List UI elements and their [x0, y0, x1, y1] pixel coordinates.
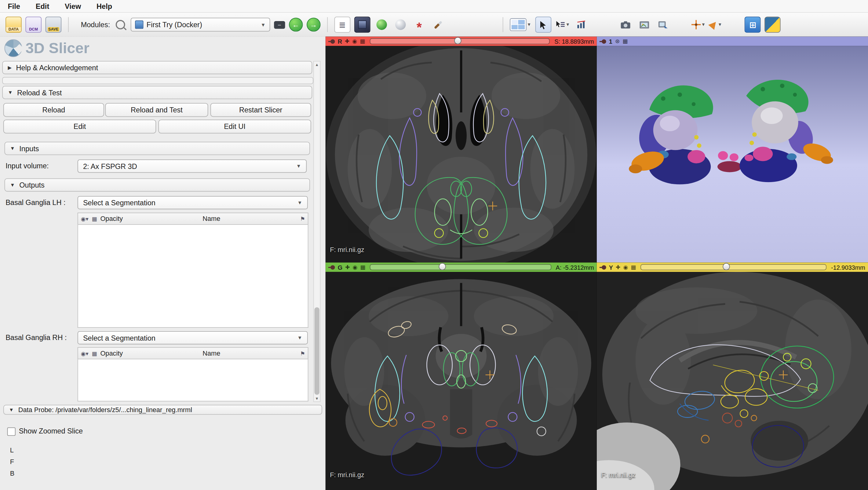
extensions-manager-button[interactable]: ⊞: [745, 17, 761, 33]
load-data-label: DATA: [6, 27, 21, 32]
yellow-slice-offset-slider[interactable]: [641, 264, 827, 270]
models-module-icon[interactable]: [374, 17, 389, 32]
filmstrip-icon: [640, 21, 650, 28]
flag-icon[interactable]: ⚑: [300, 350, 305, 356]
slice-link-icon[interactable]: ✚: [616, 264, 620, 270]
outputs-section[interactable]: ▼ Outputs: [5, 178, 310, 192]
edit-button[interactable]: Edit: [3, 120, 156, 133]
opacity-column-header[interactable]: Opacity: [100, 349, 123, 357]
visibility-icon[interactable]: ◉▾: [81, 350, 89, 356]
name-column-header[interactable]: Name: [203, 349, 220, 357]
menu-edit[interactable]: Edit: [36, 2, 50, 10]
red-slice-offset-slider[interactable]: [370, 38, 550, 44]
inputs-section[interactable]: ▼ Inputs: [5, 142, 310, 155]
scroll-up-icon[interactable]: ▲: [314, 61, 320, 67]
window-level-tool[interactable]: [574, 17, 589, 32]
load-data-button[interactable]: DATA: [5, 17, 22, 33]
place-markup-selector[interactable]: ▼: [710, 21, 722, 28]
scroll-down-icon[interactable]: ▼: [314, 395, 320, 401]
segmentations-module-icon[interactable]: [393, 17, 408, 32]
green-sphere-icon: [376, 19, 387, 30]
module-history-icon[interactable]: −: [274, 21, 285, 28]
layout-selector[interactable]: ▼: [510, 18, 531, 31]
threed-view-label[interactable]: 1: [609, 38, 612, 44]
reload-and-test-button[interactable]: Reload and Test: [105, 103, 208, 117]
volumes-module-icon[interactable]: [354, 17, 370, 33]
restart-slicer-button[interactable]: Restart Slicer: [211, 103, 311, 117]
mouse-pointer-tool[interactable]: [535, 17, 551, 33]
reload-section-label: Reload & Test: [17, 88, 62, 96]
reload-button[interactable]: Reload: [3, 103, 104, 117]
slice-link-icon[interactable]: ✚: [345, 38, 349, 44]
scene-restore-button[interactable]: [656, 17, 671, 32]
panel-scrollbar[interactable]: ▲ ▼: [313, 61, 321, 402]
edit-ui-button[interactable]: Edit UI: [158, 120, 311, 133]
forward-button[interactable]: →: [307, 18, 320, 31]
dicom-button[interactable]: DCM: [25, 17, 41, 33]
spin-icon[interactable]: ⊛: [615, 38, 620, 44]
module-selector[interactable]: First Try (Docker) ▼: [130, 18, 270, 31]
save-button[interactable]: SAVE: [45, 17, 62, 33]
pin-icon[interactable]: [599, 264, 606, 270]
slice-grid-icon[interactable]: ▦: [360, 38, 365, 44]
python-console-button[interactable]: [765, 17, 781, 33]
coronal-mri-slice: [326, 272, 597, 490]
pin-icon[interactable]: [328, 264, 335, 270]
slider-handle[interactable]: [439, 263, 446, 270]
name-column-header[interactable]: Name: [203, 215, 220, 222]
yellow-slice-image-area[interactable]: F: mri.nii.gz: [597, 272, 868, 490]
pin-icon[interactable]: [599, 38, 606, 44]
menu-view[interactable]: View: [65, 2, 81, 10]
rh-segmentation-combobox[interactable]: Select a Segmentation ▼: [78, 331, 308, 345]
threed-view: 1 ⊛ ▦: [597, 37, 868, 263]
data-module-icon[interactable]: ≣: [334, 17, 350, 33]
rh-segment-table-body[interactable]: [78, 359, 308, 401]
slicer-logo-icon: [5, 39, 22, 57]
data-probe-section[interactable]: ▼ Data Probe: /private/var/folders/z5/..…: [3, 405, 322, 415]
yellow-view-label[interactable]: Y: [609, 264, 613, 271]
flag-icon[interactable]: ⚑: [300, 216, 305, 222]
menu-help[interactable]: Help: [96, 2, 112, 10]
view-grid-icon[interactable]: ▦: [622, 38, 628, 44]
slice-visibility-icon[interactable]: ◉: [623, 264, 628, 270]
markups-module-icon[interactable]: *: [412, 14, 427, 35]
input-volume-combobox[interactable]: 2: Ax FSPGR 3D ▼: [78, 159, 307, 173]
collapsed-strip: [2, 77, 313, 84]
green-slice-view: G ✚ ◉ ▦ A: -5.2312mm: [326, 263, 597, 490]
interaction-mode-selector[interactable]: ▼: [555, 20, 570, 29]
module-search-icon[interactable]: [116, 20, 125, 29]
red-slice-image-area[interactable]: F: mri.nii.gz: [326, 46, 597, 263]
yellow-slice-offset-value: -12.9033mm: [831, 264, 865, 271]
lh-segment-table-body[interactable]: [78, 225, 308, 328]
green-slice-offset-slider[interactable]: [370, 264, 551, 270]
scrollbar-thumb[interactable]: [315, 307, 319, 395]
threed-render-area[interactable]: [597, 46, 868, 263]
slider-handle[interactable]: [723, 263, 730, 270]
pin-icon[interactable]: [328, 38, 335, 44]
green-view-label[interactable]: G: [338, 264, 343, 271]
red-view-label[interactable]: R: [338, 38, 342, 44]
crosshair-selector[interactable]: ▼: [691, 20, 706, 29]
slice-link-icon[interactable]: ✚: [345, 264, 350, 270]
grid-icon[interactable]: ▦: [92, 350, 97, 356]
help-acknowledgement-section[interactable]: ▶ Help & Acknowledgement: [2, 61, 312, 74]
green-slice-image-area[interactable]: F: mri.nii.gz: [326, 272, 597, 490]
show-zoomed-slice-checkbox[interactable]: [7, 427, 16, 436]
reload-test-section[interactable]: ▼ Reload & Test: [2, 86, 312, 99]
back-button[interactable]: ←: [289, 18, 303, 31]
scene-view-button[interactable]: [637, 17, 652, 32]
screenshot-button[interactable]: [618, 17, 633, 32]
input-volume-label: Input volume:: [5, 162, 49, 170]
pointer-icon: [539, 20, 548, 29]
grid-icon[interactable]: ▦: [92, 216, 97, 222]
slider-handle[interactable]: [455, 37, 462, 44]
slice-grid-icon[interactable]: ▦: [631, 264, 636, 270]
slice-visibility-icon[interactable]: ◉: [352, 264, 357, 270]
segment-editor-icon[interactable]: [431, 17, 445, 32]
menu-file[interactable]: File: [8, 2, 20, 10]
lh-segmentation-combobox[interactable]: Select a Segmentation ▼: [78, 196, 308, 210]
opacity-column-header[interactable]: Opacity: [100, 215, 123, 222]
visibility-icon[interactable]: ◉▾: [81, 216, 89, 222]
slice-visibility-icon[interactable]: ◉: [352, 38, 357, 44]
slice-grid-icon[interactable]: ▦: [360, 264, 365, 270]
